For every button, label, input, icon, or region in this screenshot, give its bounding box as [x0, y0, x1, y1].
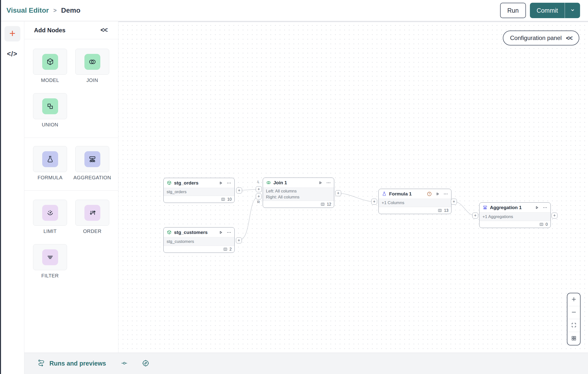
- node-title: stg_customers: [174, 230, 216, 235]
- join-right-port-label: R: [257, 200, 260, 204]
- zoom-controls: [567, 293, 581, 345]
- node-body: Left: All columns Right: All columns: [263, 188, 334, 201]
- node-footer: 0: [479, 221, 551, 228]
- aggregation-card: [75, 146, 109, 172]
- zoom-in-button[interactable]: [567, 293, 580, 306]
- node-footer: 10: [164, 196, 234, 203]
- union-label: UNION: [42, 122, 58, 128]
- add-node-order[interactable]: ORDER: [75, 200, 109, 234]
- add-node-aggregation[interactable]: AGGREGATION: [75, 146, 109, 181]
- column-count: 12: [327, 202, 331, 207]
- port-join-right-input[interactable]: +: [256, 193, 262, 199]
- chevron-down-icon: [569, 7, 576, 14]
- pipeline-canvas[interactable]: stg_orders stg_orders 10 Join 1: [118, 21, 588, 353]
- formula-summary: +1 Columns: [382, 200, 448, 205]
- overview-button[interactable]: [567, 332, 580, 345]
- compass-button[interactable]: [140, 359, 151, 368]
- window-edge: [0, 0, 1, 374]
- run-node-icon[interactable]: [318, 180, 323, 186]
- node-header: Aggregation 1: [479, 203, 551, 213]
- columns-icon: [320, 202, 325, 207]
- columns-icon: [539, 222, 544, 227]
- node-stg-orders[interactable]: stg_orders stg_orders 10: [163, 178, 235, 203]
- node-footer: 2: [164, 246, 234, 253]
- collapse-icon: <<: [566, 35, 572, 42]
- join-right-summary: Right: All columns: [266, 195, 331, 200]
- node-aggregation-1[interactable]: Aggregation 1 +1 Aggregations 0: [479, 202, 551, 228]
- top-bar: Visual Editor > Demo Run Commit: [0, 0, 588, 21]
- node-header: Join 1: [263, 178, 334, 188]
- edge-join-to-formula: [338, 193, 374, 202]
- run-node-icon[interactable]: [435, 191, 440, 197]
- model-card: [33, 49, 67, 75]
- node-title: Formula 1: [389, 191, 424, 197]
- filter-label: FILTER: [41, 273, 59, 279]
- columns-icon: [438, 208, 442, 213]
- add-node-limit[interactable]: LIMIT: [33, 200, 67, 234]
- node-menu-icon[interactable]: [226, 181, 231, 186]
- plus-icon: [571, 296, 577, 303]
- add-node-filter[interactable]: FILTER: [33, 244, 67, 279]
- commit-dropdown-button[interactable]: [565, 3, 580, 18]
- run-node-icon[interactable]: [534, 205, 540, 210]
- node-section-sources: MODEL JOIN UNION: [24, 39, 118, 138]
- columns-icon: [223, 247, 228, 252]
- aggregation-tree-icon: [482, 205, 488, 210]
- commit-button[interactable]: Commit: [530, 3, 565, 18]
- port-stg-orders-output[interactable]: +: [236, 187, 242, 193]
- add-node-formula[interactable]: FORMULA: [33, 146, 67, 181]
- cube-icon: [42, 54, 58, 70]
- breadcrumb-current: Demo: [61, 6, 80, 14]
- node-join-1[interactable]: Join 1 Left: All columns Right: All colu…: [263, 178, 334, 208]
- add-button[interactable]: +: [4, 26, 20, 41]
- runs-and-previews-tab[interactable]: Runs and previews: [36, 359, 108, 368]
- add-node-model[interactable]: MODEL: [33, 49, 67, 83]
- node-formula-1[interactable]: Formula 1 +1 Columns 13: [378, 189, 451, 214]
- configuration-panel-label: Configuration panel: [510, 35, 562, 41]
- node-header: Formula 1: [379, 189, 451, 199]
- port-stg-customers-output[interactable]: +: [236, 237, 242, 243]
- join-card: [75, 49, 109, 75]
- node-section-transforms: FORMULA AGGREGATION: [24, 138, 118, 191]
- edge-formula-to-aggregation: [454, 202, 475, 216]
- order-label: ORDER: [83, 228, 101, 234]
- collapse-panel-button[interactable]: <<: [99, 26, 109, 34]
- node-stg-customers[interactable]: stg_customers stg_customers 2: [163, 227, 235, 253]
- port-join-output[interactable]: +: [335, 190, 341, 196]
- breadcrumb-visual-editor[interactable]: Visual Editor: [6, 6, 49, 14]
- cube-icon: [167, 180, 172, 186]
- port-aggregation-output[interactable]: +: [551, 213, 557, 219]
- node-menu-icon[interactable]: [543, 205, 548, 210]
- bottom-bar: Runs and previews: [24, 353, 588, 374]
- limit-label: LIMIT: [43, 228, 57, 234]
- fit-view-button[interactable]: [567, 319, 580, 332]
- gauge-icon: [42, 205, 58, 221]
- configuration-panel-button[interactable]: Configuration panel <<: [503, 31, 579, 45]
- port-aggregation-input[interactable]: +: [472, 213, 478, 219]
- port-formula-output[interactable]: +: [451, 199, 457, 205]
- aggregation-summary: +1 Aggregations: [482, 214, 548, 219]
- union-card: [33, 93, 67, 119]
- compass-icon: [142, 359, 149, 368]
- add-node-join[interactable]: JOIN: [75, 49, 109, 83]
- node-title: stg_orders: [174, 180, 216, 186]
- port-formula-input[interactable]: +: [371, 199, 377, 205]
- grid-icon: [571, 335, 577, 342]
- add-nodes-header: Add Nodes <<: [24, 21, 118, 39]
- left-icon-strip: + </>: [0, 21, 24, 374]
- node-menu-icon[interactable]: [226, 230, 231, 235]
- top-actions: Run Commit: [500, 3, 580, 18]
- filter-lines-icon: [42, 249, 58, 265]
- node-menu-icon[interactable]: [326, 180, 331, 185]
- node-menu-icon[interactable]: [443, 191, 448, 196]
- code-view-button[interactable]: </>: [0, 49, 24, 59]
- run-node-icon[interactable]: [218, 180, 223, 186]
- run-node-icon[interactable]: [218, 230, 223, 235]
- column-count: 13: [444, 208, 448, 213]
- port-join-left-input[interactable]: +: [256, 186, 262, 192]
- add-node-union[interactable]: UNION: [33, 93, 67, 128]
- run-button[interactable]: Run: [500, 3, 526, 18]
- add-nodes-panel: Add Nodes << MODEL JOIN: [24, 21, 118, 353]
- commit-node-button[interactable]: [119, 359, 129, 368]
- zoom-out-button[interactable]: [567, 306, 580, 319]
